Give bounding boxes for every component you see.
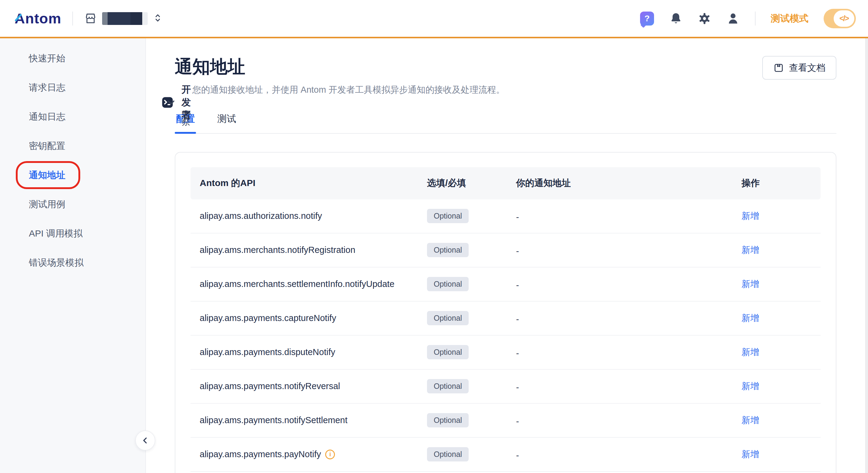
action-cell: 新增 — [742, 312, 820, 324]
col-header-action: 操作 — [742, 177, 820, 189]
sidebar-item-测试用例[interactable]: 测试用例 — [0, 190, 145, 219]
page-subtitle: 配置您的通知接收地址，并使用 Antom 开发者工具模拟异步通知的接收及处理流程… — [175, 84, 505, 96]
sidebar-item-请求日志[interactable]: 请求日志 — [0, 73, 145, 102]
action-cell: 新增 — [742, 244, 820, 256]
empty-address-dash: - — [516, 382, 519, 392]
table-row: alipay.ams.payments.notifyReversalOption… — [191, 369, 820, 404]
sidebar-item-快速开始[interactable]: 快速开始 — [0, 44, 145, 73]
add-address-link[interactable]: 新增 — [742, 449, 759, 459]
col-header-address: 你的通知地址 — [516, 177, 742, 189]
action-cell: 新增 — [742, 380, 820, 392]
view-docs-button[interactable]: 查看文档 — [762, 56, 836, 80]
sidebar-item-通知日志[interactable]: 通知日志 — [0, 102, 145, 131]
notify-address-cell: - — [516, 449, 742, 459]
test-mode-toggle[interactable]: </> — [824, 9, 856, 28]
gear-icon[interactable] — [698, 12, 711, 25]
notify-address-cell: - — [516, 415, 742, 425]
empty-address-dash: - — [516, 348, 519, 358]
notify-address-cell: - — [516, 279, 742, 289]
empty-address-dash: - — [516, 280, 519, 290]
view-docs-label: 查看文档 — [789, 62, 826, 74]
sidebar-item-API 调用模拟[interactable]: API 调用模拟 — [0, 219, 145, 248]
requirement-cell: Optional — [427, 379, 516, 393]
add-address-link[interactable]: 新增 — [742, 279, 759, 289]
merchant-selector-chevron-icon[interactable] — [153, 13, 163, 24]
api-name: alipay.ams.merchants.notifyRegistration — [200, 245, 355, 255]
add-address-link[interactable]: 新增 — [742, 211, 759, 221]
api-name: alipay.ams.payments.notifySettlement — [200, 415, 347, 425]
requirement-cell: Optional — [427, 243, 516, 257]
topbar-right: ? 测试模式 </> — [640, 9, 868, 28]
requirement-cell: Optional — [427, 311, 516, 325]
table-row: alipay.ams.merchants.settlementInfo.noti… — [191, 267, 820, 301]
api-name-cell: alipay.ams.payments.disputeNotify — [191, 347, 427, 357]
topbar-left: Antom — [0, 10, 163, 27]
add-address-link[interactable]: 新增 — [742, 347, 759, 357]
book-icon — [773, 62, 784, 73]
sidebar-item-label: API 调用模拟 — [29, 227, 83, 240]
col-header-requirement: 选填/必填 — [427, 177, 516, 189]
api-name-cell: alipay.ams.payments.notifySettlement — [191, 415, 427, 425]
optional-badge: Optional — [427, 243, 469, 257]
topbar-divider-2 — [755, 11, 755, 26]
table-row: alipay.ams.payments.captureNotifyOptiona… — [191, 301, 820, 335]
optional-badge: Optional — [427, 413, 469, 427]
notify-address-cell: - — [516, 347, 742, 357]
page-header-text: 通知地址 配置您的通知接收地址，并使用 Antom 开发者工具模拟异步通知的接收… — [175, 56, 505, 96]
api-name-cell: alipay.ams.merchants.settlementInfo.noti… — [191, 279, 427, 289]
chevron-down-icon[interactable] — [166, 97, 177, 108]
chevron-left-icon — [141, 436, 150, 445]
sidebar-item-label: 错误场景模拟 — [29, 257, 84, 269]
table-row: alipay.ams.payments.payNotifyiOptional-新… — [191, 438, 820, 472]
top-bar: Antom ? — [0, 0, 868, 38]
api-name: alipay.ams.authorizations.notify — [200, 211, 322, 221]
help-icon[interactable]: ? — [640, 11, 654, 26]
requirement-cell: Optional — [427, 413, 516, 427]
notify-address-cell: - — [516, 245, 742, 255]
optional-badge: Optional — [427, 209, 469, 223]
empty-address-dash: - — [516, 212, 519, 222]
add-address-link[interactable]: 新增 — [742, 313, 759, 323]
col-header-api: Antom 的API — [191, 177, 427, 189]
merchant-selector[interactable] — [84, 12, 163, 25]
main-content: 通知地址 配置您的通知接收地址，并使用 Antom 开发者工具模拟异步通知的接收… — [147, 38, 868, 473]
api-name-cell: alipay.ams.payments.payNotifyi — [191, 449, 427, 459]
table-row: alipay.ams.payments.notifySettlementOpti… — [191, 404, 820, 438]
add-address-link[interactable]: 新增 — [742, 245, 759, 255]
requirement-cell: Optional — [427, 277, 516, 291]
sidebar-item-label: 通知地址 — [29, 169, 65, 181]
api-name-cell: alipay.ams.merchants.notifyRegistration — [191, 245, 427, 255]
test-mode-label: 测试模式 — [771, 12, 808, 25]
optional-badge: Optional — [427, 345, 469, 359]
scrollbar[interactable] — [865, 38, 868, 473]
sidebar-item-错误场景模拟[interactable]: 错误场景模拟 — [0, 248, 145, 277]
action-cell: 新增 — [742, 210, 820, 222]
page-header: 通知地址 配置您的通知接收地址，并使用 Antom 开发者工具模拟异步通知的接收… — [175, 56, 836, 96]
requirement-cell: Optional — [427, 209, 516, 223]
api-name: alipay.ams.payments.captureNotify — [200, 313, 336, 323]
api-name-cell: alipay.ams.payments.notifyReversal — [191, 381, 427, 391]
sidebar-item-label: 密钥配置 — [29, 140, 65, 152]
sidebar-item-通知地址[interactable]: 通知地址 — [0, 160, 145, 190]
empty-address-dash: - — [516, 314, 519, 324]
add-address-link[interactable]: 新增 — [742, 415, 759, 425]
empty-address-dash: - — [516, 246, 519, 256]
optional-badge: Optional — [427, 311, 469, 325]
tab-test[interactable]: 测试 — [216, 113, 237, 133]
bell-icon[interactable] — [669, 12, 683, 25]
requirement-cell: Optional — [427, 447, 516, 462]
sidebar-item-label: 通知日志 — [29, 111, 65, 123]
notify-address-cell: - — [516, 211, 742, 221]
antom-logo[interactable]: Antom — [14, 10, 61, 27]
sidebar-item-label: 快速开始 — [29, 52, 65, 65]
api-name: alipay.ams.merchants.settlementInfo.noti… — [200, 279, 395, 289]
sidebar-item-开发者[interactable]: 开发者 — [147, 77, 192, 111]
sidebar-item-label: 请求日志 — [29, 82, 65, 94]
info-icon[interactable]: i — [325, 450, 335, 459]
api-name: alipay.ams.payments.notifyReversal — [200, 381, 340, 391]
sidebar-item-密钥配置[interactable]: 密钥配置 — [0, 131, 145, 160]
profile-icon[interactable] — [726, 12, 740, 25]
add-address-link[interactable]: 新增 — [742, 381, 759, 391]
sidebar-collapse-button[interactable] — [135, 431, 155, 450]
api-name: alipay.ams.payments.payNotify — [200, 449, 321, 459]
